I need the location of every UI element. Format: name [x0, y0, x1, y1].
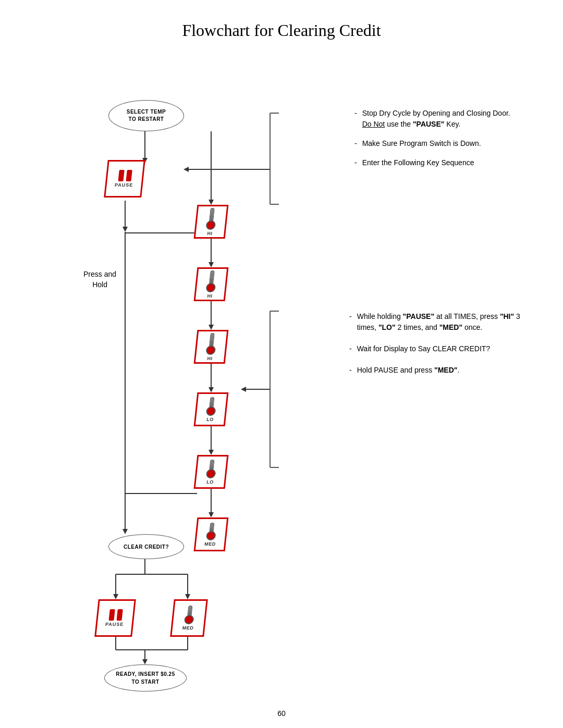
instr-text-2: Make Sure Program Switch is Down. — [362, 138, 481, 149]
svg-marker-7 — [209, 200, 214, 205]
do-not-text: Do Not — [362, 120, 385, 128]
ready-insert-label: READY, INSERT $0.25 TO START — [112, 670, 179, 686]
svg-marker-17 — [209, 512, 214, 517]
svg-marker-24 — [113, 594, 118, 599]
svg-marker-27 — [185, 594, 190, 599]
instr-item-5: - Wait for Display to Say CLEAR CREDIT? — [349, 343, 532, 354]
thermo-icon-6 — [206, 523, 217, 540]
pause-key-top: PAUSE — [104, 160, 145, 198]
instr-item-1: - Stop Dry Cycle by Opening and Closing … — [354, 108, 532, 130]
hi-label-1: HI — [207, 231, 213, 236]
instructions-top: - Stop Dry Cycle by Opening and Closing … — [354, 108, 532, 172]
instr-dash-2: - — [354, 138, 357, 149]
instr-text-4: While holding "PAUSE" at all TIMES, pres… — [357, 311, 532, 333]
instr-text-1: Stop Dry Cycle by Opening and Closing Do… — [362, 108, 510, 130]
hi-key-2: HI — [194, 267, 229, 301]
select-temp-label: SELECT TEMPTO RESTART — [127, 108, 166, 123]
pause-key-bottom: PAUSE — [94, 599, 136, 637]
svg-marker-11 — [209, 325, 214, 330]
med-label-bottom: MED — [182, 625, 194, 631]
pause-bold-2: "PAUSE" — [403, 312, 434, 320]
instr-text-3: Enter the Following Key Sequence — [362, 157, 474, 168]
clear-credit-label: CLEAR CREDIT? — [124, 544, 169, 550]
thermo-icon-7 — [183, 606, 195, 624]
instructions-bottom: - While holding "PAUSE" at all TIMES, pr… — [349, 311, 532, 380]
svg-marker-20 — [123, 529, 128, 534]
pause-key-label: PAUSE — [115, 182, 133, 188]
pause-key-bottom-label: PAUSE — [105, 622, 124, 627]
svg-marker-15 — [209, 450, 214, 455]
instr-dash-6: - — [349, 365, 352, 376]
thermo-icon-4 — [206, 397, 217, 416]
instr-dash-5: - — [349, 343, 352, 354]
svg-marker-42 — [241, 387, 246, 392]
instr-item-6: - Hold PAUSE and press "MED". — [349, 365, 532, 376]
instr-dash-3: - — [354, 157, 357, 168]
ready-insert-node: READY, INSERT $0.25 TO START — [104, 664, 187, 692]
pause-bold-1: "PAUSE" — [413, 120, 444, 128]
flowchart-area: SELECT TEMPTO RESTART PAUSE Press andHol… — [31, 56, 532, 681]
instr-item-2: - Make Sure Program Switch is Down. — [354, 138, 532, 149]
instr-item-3: - Enter the Following Key Sequence — [354, 157, 532, 168]
thermo-icon-3 — [205, 333, 217, 355]
med-bold-1: "MED" — [439, 323, 462, 331]
press-hold-label: Press andHold — [83, 269, 116, 290]
med-bold-2: "MED" — [434, 366, 457, 374]
med-key-sequence: MED — [194, 517, 229, 551]
page-number: 60 — [0, 709, 563, 718]
instr-item-4: - While holding "PAUSE" at all TIMES, pr… — [349, 311, 532, 333]
med-key-bottom: MED — [170, 599, 208, 637]
pause-bar-4 — [116, 609, 123, 621]
hi-key-3: HI — [194, 330, 229, 364]
page-title: Flowchart for Clearing Credit — [31, 21, 532, 40]
svg-marker-9 — [209, 262, 214, 267]
page: Flowchart for Clearing Credit — [0, 0, 563, 728]
pause-bar-2 — [126, 170, 132, 181]
thermo-icon-1 — [205, 208, 217, 230]
pause-bar-3 — [108, 609, 115, 621]
hi-bold: "HI" — [500, 312, 514, 320]
svg-marker-13 — [209, 387, 214, 392]
svg-marker-37 — [183, 167, 189, 172]
med-label-seq: MED — [204, 541, 216, 547]
thermo-icon-5 — [206, 460, 217, 478]
instr-dash-1: - — [354, 108, 357, 130]
lo-key-1: LO — [194, 392, 229, 426]
hi-label-3: HI — [207, 356, 213, 361]
select-temp-node: SELECT TEMPTO RESTART — [108, 100, 184, 131]
hi-key-1: HI — [194, 205, 229, 239]
svg-marker-3 — [123, 227, 128, 232]
lo-label-1: LO — [206, 417, 214, 422]
lo-bold: "LO" — [378, 323, 396, 331]
clear-credit-node: CLEAR CREDIT? — [108, 534, 184, 559]
lo-label-2: LO — [206, 479, 214, 485]
pause-bar-1 — [118, 170, 124, 181]
lo-key-2: LO — [194, 455, 229, 489]
instr-text-6: Hold PAUSE and press "MED". — [357, 365, 460, 376]
instr-text-5: Wait for Display to Say CLEAR CREDIT? — [357, 343, 490, 354]
thermo-icon-2 — [205, 270, 217, 292]
hi-label-2: HI — [207, 293, 213, 299]
instr-dash-4: - — [349, 311, 352, 333]
svg-marker-32 — [142, 659, 148, 664]
